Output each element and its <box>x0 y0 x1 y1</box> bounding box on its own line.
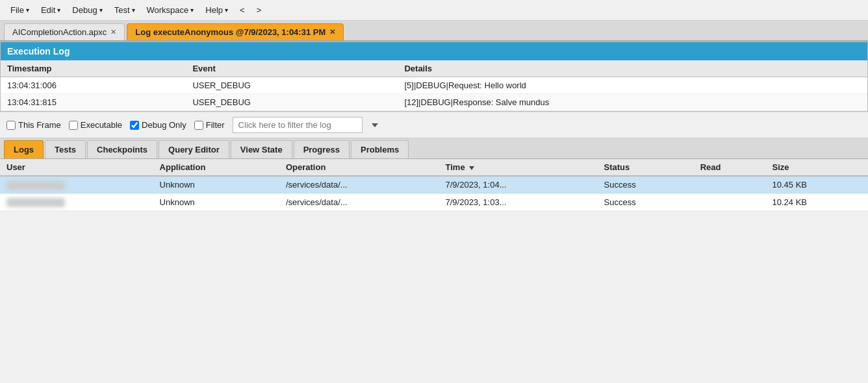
cell-user <box>0 176 153 193</box>
col-timestamp: Timestamp <box>1 60 186 77</box>
sort-icon <box>469 166 474 170</box>
table-row[interactable]: 13:04:31:006 USER_DEBUG [5]|DEBUG|Reques… <box>1 77 867 94</box>
cell-application: Unknown <box>153 176 279 193</box>
close-icon[interactable]: ✕ <box>110 29 116 36</box>
menu-edit[interactable]: Edit ▾ <box>36 3 66 18</box>
executable-filter[interactable]: Executable <box>69 120 122 130</box>
col-size: Size <box>766 159 868 176</box>
chevron-down-icon: ▾ <box>225 6 228 14</box>
menu-file[interactable]: File ▾ <box>5 3 34 18</box>
chevron-down-icon: ▾ <box>26 6 29 14</box>
execution-log-header: Execution Log <box>1 42 867 60</box>
col-read: Read <box>694 159 766 176</box>
filter-input[interactable] <box>233 117 363 133</box>
cell-time: 7/9/2023, 1:03... <box>439 193 598 211</box>
cell-read <box>694 193 766 211</box>
tab-view-state[interactable]: View State <box>231 140 292 158</box>
cell-read <box>694 176 766 193</box>
tab-query-editor[interactable]: Query Editor <box>159 140 229 158</box>
col-details: Details <box>398 60 867 77</box>
tab-progress[interactable]: Progress <box>294 140 350 158</box>
tab-logs[interactable]: Logs <box>4 140 44 158</box>
menu-debug[interactable]: Debug ▾ <box>67 3 107 18</box>
this-frame-filter[interactable]: This Frame <box>6 120 61 130</box>
log-table-row[interactable]: Unknown /services/data/... 7/9/2023, 1:0… <box>0 176 868 193</box>
cell-details: [12]|DEBUG|Response: Salve mundus <box>398 94 867 111</box>
cell-user <box>0 193 153 211</box>
menu-help[interactable]: Help ▾ <box>200 3 233 18</box>
chevron-down-icon: ▾ <box>57 6 60 14</box>
filter-checkbox[interactable] <box>194 121 203 130</box>
col-operation: Operation <box>279 159 439 176</box>
log-table-row[interactable]: Unknown /services/data/... 7/9/2023, 1:0… <box>0 193 868 211</box>
chevron-down-icon: ▾ <box>190 6 194 14</box>
tab-checkpoints[interactable]: Checkpoints <box>87 140 157 158</box>
cell-application: Unknown <box>153 193 279 211</box>
editor-tabbar: AICompletionAction.apxc ✕ Log executeAno… <box>0 21 868 42</box>
execution-log-table: Timestamp Event Details 13:04:31:006 USE… <box>1 60 867 111</box>
cell-size: 10.45 KB <box>766 176 868 193</box>
log-table: User Application Operation Time Status R… <box>0 159 868 211</box>
filter-dropdown-icon[interactable] <box>372 123 378 127</box>
cell-details: [5]|DEBUG|Request: Hello world <box>398 77 867 94</box>
debug-only-filter[interactable]: Debug Only <box>130 120 186 130</box>
menu-workspace[interactable]: Workspace ▾ <box>142 3 199 18</box>
table-row[interactable]: 13:04:31:815 USER_DEBUG [12]|DEBUG|Respo… <box>1 94 867 111</box>
log-table-container: User Application Operation Time Status R… <box>0 159 868 211</box>
execution-log-panel: Execution Log Timestamp Event Details 13… <box>0 42 868 112</box>
col-status: Status <box>598 159 694 176</box>
menubar: File ▾ Edit ▾ Debug ▾ Test ▾ Workspace ▾… <box>0 0 868 21</box>
col-user: User <box>0 159 153 176</box>
tab-aicomplete[interactable]: AICompletionAction.apxc ✕ <box>4 23 125 40</box>
bottom-tabbar: Logs Tests Checkpoints Query Editor View… <box>0 138 868 159</box>
cell-event: USER_DEBUG <box>186 94 398 111</box>
tab-problems[interactable]: Problems <box>351 140 409 158</box>
cell-timestamp: 13:04:31:815 <box>1 94 186 111</box>
cell-time: 7/9/2023, 1:04... <box>439 176 598 193</box>
chevron-down-icon: ▾ <box>132 6 135 14</box>
cell-operation: /services/data/... <box>279 193 439 211</box>
menu-back[interactable]: < <box>235 3 250 18</box>
col-time[interactable]: Time <box>439 159 598 176</box>
cell-status: Success <box>598 176 694 193</box>
filter-bar: This Frame Executable Debug Only Filter <box>0 112 868 138</box>
cell-operation: /services/data/... <box>279 176 439 193</box>
menu-forward[interactable]: > <box>251 3 267 18</box>
col-application: Application <box>153 159 279 176</box>
cell-timestamp: 13:04:31:006 <box>1 77 186 94</box>
chevron-down-icon: ▾ <box>99 6 103 14</box>
debug-only-checkbox[interactable] <box>130 121 139 130</box>
executable-checkbox[interactable] <box>69 121 78 130</box>
this-frame-checkbox[interactable] <box>6 121 16 130</box>
col-event: Event <box>186 60 398 77</box>
cell-size: 10.24 KB <box>766 193 868 211</box>
cell-status: Success <box>598 193 694 211</box>
cell-event: USER_DEBUG <box>186 77 398 94</box>
menu-test[interactable]: Test ▾ <box>109 3 140 18</box>
filter-filter[interactable]: Filter <box>194 120 225 130</box>
close-icon[interactable]: ✕ <box>329 29 335 36</box>
tab-log[interactable]: Log executeAnonymous @7/9/2023, 1:04:31 … <box>127 23 344 40</box>
tab-tests[interactable]: Tests <box>45 140 86 158</box>
